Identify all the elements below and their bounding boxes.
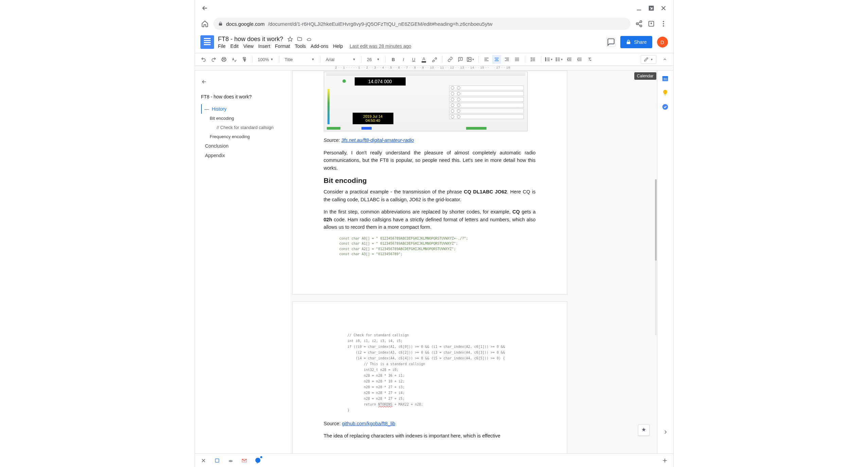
redo-icon[interactable] xyxy=(209,55,218,64)
outline-item[interactable]: Conclusion xyxy=(201,141,284,151)
menu-help[interactable]: Help xyxy=(333,43,343,49)
shelf-drive-icon[interactable] xyxy=(227,457,234,464)
menu-tools[interactable]: Tools xyxy=(295,43,306,49)
show-side-panel-icon[interactable] xyxy=(662,428,669,436)
lock-icon xyxy=(218,21,223,26)
address-bar[interactable]: docs.google.com/document/d/1-r6HQLJi2hke… xyxy=(213,18,631,30)
comment-history-icon[interactable] xyxy=(606,37,616,47)
install-app-icon[interactable] xyxy=(648,20,655,27)
zoom-selector[interactable]: 100%▼ xyxy=(256,57,276,62)
figure-source: Source: github.com/kgoba/ft8_lib xyxy=(324,420,536,427)
collapse-toolbar-icon[interactable] xyxy=(660,55,669,64)
add-shelf-item-icon[interactable] xyxy=(661,457,669,464)
last-edit-info[interactable]: Last edit was 28 minutes ago xyxy=(350,43,411,49)
align-right-icon[interactable] xyxy=(502,55,511,64)
italic-icon[interactable]: I xyxy=(399,55,408,64)
share-button[interactable]: Share xyxy=(620,36,652,48)
ruler[interactable]: 2 · · 1 · · · · · 1 · · 2 · · 3 · · 4 · … xyxy=(195,66,673,71)
insert-link-icon[interactable] xyxy=(446,55,455,64)
insert-comment-icon[interactable] xyxy=(456,55,465,64)
outline-item[interactable]: — History xyxy=(201,104,284,114)
align-justify-icon[interactable] xyxy=(513,55,521,64)
menu-view[interactable]: View xyxy=(243,43,253,49)
undo-icon[interactable] xyxy=(199,55,208,64)
menu-format[interactable]: Format xyxy=(275,43,290,49)
svg-point-5 xyxy=(663,21,664,22)
wsjt-x-screenshot-figure: 14.074 000 2019 Jul 1404:50:40 xyxy=(324,72,528,131)
text-color-icon[interactable]: A xyxy=(420,55,428,64)
svg-point-15 xyxy=(556,58,556,58)
bold-icon[interactable]: B xyxy=(389,55,398,64)
move-folder-icon[interactable] xyxy=(297,36,302,42)
highlight-color-icon[interactable] xyxy=(430,55,439,64)
pencil-icon xyxy=(644,57,649,62)
outline-item[interactable]: Bit encoding xyxy=(201,114,284,123)
star-icon[interactable] xyxy=(287,36,293,42)
svg-point-1 xyxy=(640,21,642,23)
document-canvas[interactable]: 14.074 000 2019 Jul 1404:50:40 xyxy=(290,71,657,453)
scrollbar-thumb[interactable] xyxy=(655,179,657,261)
outline-item[interactable]: Appendix xyxy=(201,151,284,160)
figure-source: Source: 3fs.net.au/ft8-digital-amateur-r… xyxy=(324,137,536,143)
lock-icon xyxy=(626,39,631,45)
line-spacing-icon[interactable] xyxy=(529,55,537,64)
menu-edit[interactable]: Edit xyxy=(230,43,238,49)
outline-item[interactable]: Frequency encoding xyxy=(201,132,284,141)
share-url-icon[interactable] xyxy=(635,20,643,27)
document-outline: FT8 - how does it work? — History Bit en… xyxy=(195,71,290,453)
calendar-icon[interactable]: 31 xyxy=(661,75,669,82)
insert-image-icon[interactable]: ▼ xyxy=(466,55,475,64)
decrease-indent-icon[interactable] xyxy=(565,55,574,64)
svg-point-6 xyxy=(663,23,664,24)
close-icon[interactable] xyxy=(660,4,667,12)
shelf-gmail-icon[interactable] xyxy=(241,457,248,464)
toolbar: 100%▼ Title▼ Arial▼ 26▼ B I U A ▼ 123▼ ▼… xyxy=(195,53,673,66)
share-label: Share xyxy=(634,39,646,45)
menu-addons[interactable]: Add-ons xyxy=(311,43,328,49)
tasks-icon[interactable] xyxy=(661,103,669,111)
paint-format-icon[interactable] xyxy=(240,55,249,64)
open-external-icon[interactable] xyxy=(648,4,655,12)
close-shelf-icon[interactable] xyxy=(200,457,207,464)
outline-back-icon[interactable] xyxy=(201,79,284,86)
svg-point-23 xyxy=(229,460,233,462)
clear-formatting-icon[interactable] xyxy=(585,55,594,64)
svg-point-11 xyxy=(468,58,469,59)
outline-item[interactable]: // Check for standard callsign xyxy=(201,123,284,132)
menu-insert[interactable]: Insert xyxy=(258,43,270,49)
align-left-icon[interactable] xyxy=(482,55,491,64)
user-avatar[interactable]: D xyxy=(657,37,668,48)
docs-logo-icon[interactable] xyxy=(200,35,214,49)
paragraph: Personally, I don't really understand th… xyxy=(324,149,536,172)
paragraph: Consider a practical example - the trans… xyxy=(324,188,536,203)
increase-indent-icon[interactable] xyxy=(575,55,584,64)
back-arrow-icon[interactable] xyxy=(201,4,209,12)
more-menu-icon[interactable] xyxy=(660,20,667,27)
home-icon[interactable] xyxy=(201,20,209,27)
scrollbar[interactable] xyxy=(655,179,657,335)
shelf-app-icon[interactable] xyxy=(213,457,221,464)
underline-icon[interactable]: U xyxy=(409,55,418,64)
menu-file[interactable]: File xyxy=(218,43,226,49)
minimize-icon[interactable] xyxy=(635,4,643,12)
numbered-list-icon[interactable]: 123▼ xyxy=(545,55,553,64)
editing-mode-selector[interactable]: ▼ xyxy=(641,55,656,64)
spellcheck-icon[interactable] xyxy=(230,55,238,64)
code-block: // Check for standard callsign int i0, i… xyxy=(339,332,536,413)
font-selector[interactable]: Arial▼ xyxy=(324,57,358,62)
font-size-selector[interactable]: 26▼ xyxy=(365,57,382,62)
cloud-saved-icon[interactable] xyxy=(306,36,312,42)
bulleted-list-icon[interactable]: ▼ xyxy=(555,55,564,64)
style-selector[interactable]: Title▼ xyxy=(283,57,317,62)
svg-point-2 xyxy=(636,23,638,25)
tooltip: Calendar xyxy=(634,72,656,80)
source-link[interactable]: 3fs.net.au/ft8-digital-amateur-radio xyxy=(341,137,414,143)
explore-button[interactable] xyxy=(638,424,650,436)
print-icon[interactable] xyxy=(219,55,228,64)
document-title[interactable]: FT8 - how does it work? xyxy=(218,36,283,43)
shelf-hangouts-icon[interactable] xyxy=(254,457,262,464)
svg-rect-22 xyxy=(215,459,219,462)
align-center-icon[interactable] xyxy=(492,55,501,64)
source-link[interactable]: github.com/kgoba/ft8_lib xyxy=(342,421,395,426)
keep-icon[interactable] xyxy=(661,89,669,96)
